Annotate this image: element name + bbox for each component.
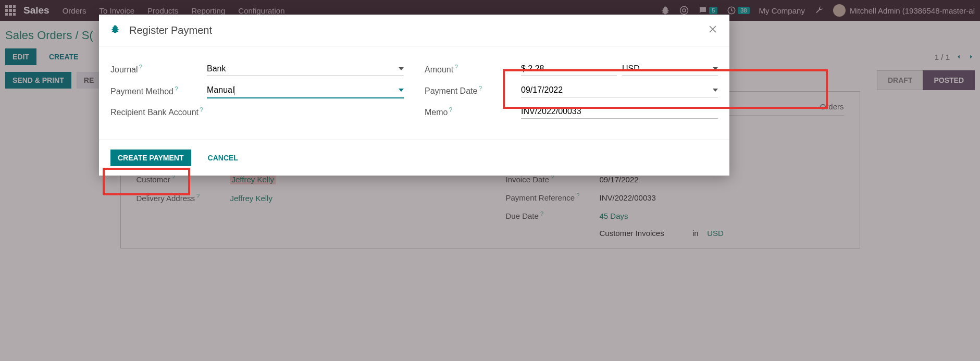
journal-select[interactable]: Bank xyxy=(207,62,404,76)
close-icon[interactable] xyxy=(708,24,718,36)
label-memo: Memo xyxy=(425,108,448,117)
memo-input[interactable]: INV/2022/00033 xyxy=(521,105,718,119)
currency-select[interactable]: USD xyxy=(622,62,718,76)
cancel-button[interactable]: Cancel xyxy=(201,150,245,166)
label-journal: Journal xyxy=(110,65,138,74)
chevron-down-icon xyxy=(399,89,404,92)
chevron-down-icon xyxy=(713,67,718,70)
chevron-down-icon xyxy=(399,67,404,70)
payment-date-input[interactable]: 09/17/2022 xyxy=(521,83,718,97)
label-amount: Amount xyxy=(425,65,453,74)
create-payment-button[interactable]: Create Payment xyxy=(110,150,191,166)
label-payment-date: Payment Date xyxy=(425,86,477,95)
modal-title: Register Payment xyxy=(129,24,212,36)
label-recipient-bank: Recipient Bank Account xyxy=(110,108,199,117)
payment-method-select[interactable]: Manual xyxy=(207,83,404,98)
chevron-down-icon xyxy=(713,89,718,92)
amount-input[interactable]: $ 2.28 xyxy=(521,62,617,76)
register-payment-modal: Register Payment Journal? Bank Payment M… xyxy=(99,15,729,176)
label-payment-method: Payment Method xyxy=(110,87,173,96)
bug-icon-modal[interactable] xyxy=(110,24,120,36)
